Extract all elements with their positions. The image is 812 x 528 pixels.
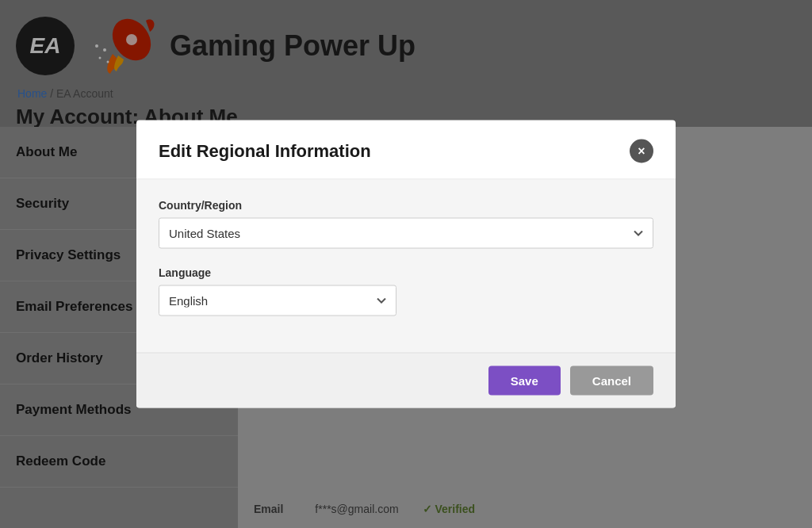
save-button[interactable]: Save	[488, 366, 561, 396]
modal-title: Edit Regional Information	[159, 141, 371, 162]
language-form-group: Language English Spanish French German P…	[159, 266, 653, 316]
modal-header: Edit Regional Information ×	[136, 121, 676, 180]
cancel-button[interactable]: Cancel	[570, 366, 653, 396]
modal-footer: Save Cancel	[136, 353, 676, 408]
country-select-wrapper: United States Canada United Kingdom Aust…	[159, 218, 653, 249]
edit-regional-modal: Edit Regional Information × Country/Regi…	[136, 121, 676, 408]
modal-body: Country/Region United States Canada Unit…	[136, 180, 676, 353]
country-label: Country/Region	[159, 199, 653, 212]
country-form-group: Country/Region United States Canada Unit…	[159, 199, 653, 249]
country-select[interactable]: United States Canada United Kingdom Aust…	[159, 218, 653, 249]
language-select-wrapper: English Spanish French German Portuguese…	[159, 285, 653, 316]
modal-close-button[interactable]: ×	[630, 140, 653, 163]
language-label: Language	[159, 266, 653, 279]
language-select[interactable]: English Spanish French German Portuguese…	[159, 285, 396, 316]
